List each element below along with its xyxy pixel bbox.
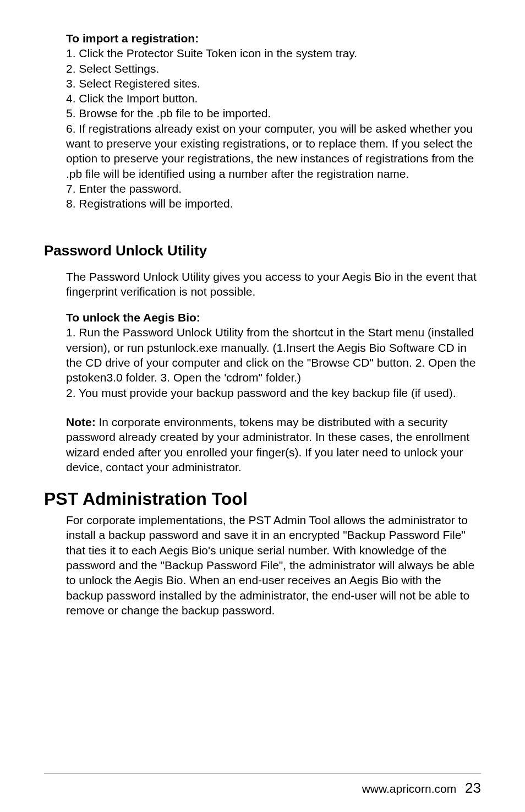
page-footer: www.apricorn.com 23 [44,773,481,797]
document-page: To import a registration: 1. Click the P… [0,0,525,812]
import-step-4: 4. Click the Import button. [66,91,481,106]
note-label: Note: [66,416,96,428]
import-step-6: 6. If registrations already exist on you… [66,121,481,181]
import-step-8: 8. Registrations will be imported. [66,196,481,211]
import-step-3: 3. Select Registered sites. [66,76,481,91]
import-step-7: 7. Enter the password. [66,181,481,196]
unlock-step-2: 2. You must provide your backup password… [66,385,481,400]
unlock-note: Note: In corporate environments, tokens … [66,415,481,475]
footer-url: www.apricorn.com [362,782,457,795]
import-heading: To import a registration: [66,31,481,46]
unlock-aegis-heading: To unlock the Aegis Bio: [66,310,481,325]
pst-admin-section: PST Administration Tool For corporate im… [44,489,481,618]
import-step-5: 5. Browse for the .pb file to be importe… [66,106,481,121]
page-number: 23 [465,780,481,796]
password-unlock-heading: Password Unlock Utility [44,242,481,259]
password-unlock-section: Password Unlock Utility The Password Unl… [44,242,481,475]
pst-admin-heading: PST Administration Tool [44,489,481,509]
password-unlock-intro: The Password Unlock Utility gives you ac… [66,269,481,299]
import-step-1: 1. Click the Protector Suite Token icon … [66,46,481,61]
pst-admin-body: For corporate implementations, the PST A… [66,513,481,618]
import-step-2: 2. Select Settings. [66,61,481,76]
unlock-step-1: 1. Run the Password Unlock Utility from … [66,325,481,385]
note-body: In corporate environments, tokens may be… [66,416,469,473]
import-registration-section: To import a registration: 1. Click the P… [66,31,481,211]
